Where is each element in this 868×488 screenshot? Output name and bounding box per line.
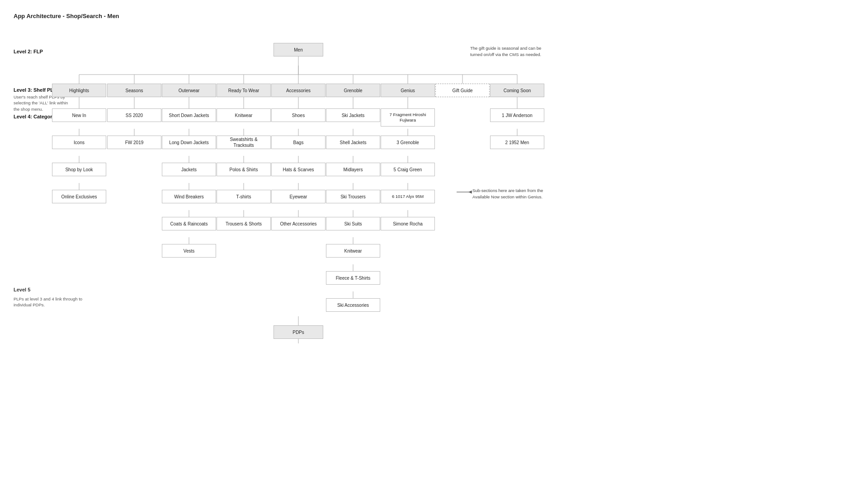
cat-7-fragment: 7 Fragment Hiroshi Fujiwara	[381, 108, 435, 127]
cat-tshirts: T-shirts	[217, 190, 271, 203]
cat-simone-rocha: Simone Rocha	[381, 217, 435, 230]
page-title: App Architecture - Shop/Search - Men	[14, 13, 119, 19]
cat-3-grenoble: 3 Grenoble	[381, 136, 435, 149]
cat-wind-breakers: Wind Breakers	[162, 190, 216, 203]
level5-section: Level 5 PLPs at level 3 and 4 link throu…	[14, 287, 86, 308]
cat-online-exclusives: Online Exclusives	[52, 190, 106, 203]
level5-label: Level 5	[14, 287, 86, 292]
cat-1952-men: 2 1952 Men	[490, 136, 544, 149]
cat-bags: Bags	[271, 136, 326, 149]
genius-annotation: Sub-sections here are taken from the Ava…	[472, 188, 549, 201]
cat-shop-by-look: Shop by Look	[52, 163, 106, 176]
cat-ski-accessories: Ski Accessories	[326, 298, 380, 312]
gift-guide-annotation: The gift guide is seasonal and can be tu…	[470, 45, 542, 58]
cat-6-1017-alyx: 6 1017 Alyx 95M	[381, 190, 435, 203]
cat-midlayers: Midlayers	[326, 163, 380, 176]
cat-ski-suits: Ski Suits	[326, 217, 380, 230]
shelf-highlights: Highlights	[52, 84, 106, 97]
level5-sub: PLPs at level 3 and 4 link through to in…	[14, 296, 86, 308]
shelf-coming-soon: Coming Soon	[490, 84, 544, 97]
cat-fw2019: FW 2019	[107, 136, 161, 149]
cat-coats-raincoats: Coats & Raincoats	[162, 217, 216, 230]
shelf-outerwear: Outerwear	[162, 84, 216, 97]
cat-short-down-jackets: Short Down Jackets	[162, 108, 216, 122]
cat-fleece-tshirts: Fleece & T-Shirts	[326, 271, 380, 285]
shelf-genius: Genius	[381, 84, 435, 97]
level2-label: Level 2: FLP	[14, 49, 43, 54]
cat-shoes: Shoes	[271, 108, 326, 122]
cat-sweatshirts-tracksuits: Sweatshirts & Tracksuits	[217, 136, 271, 149]
shelf-seasons: Seasons	[107, 84, 161, 97]
shelf-ready-to-wear: Ready To Wear	[217, 84, 271, 97]
cat-grenoble-knitwear: Knitwear	[326, 244, 380, 258]
pdps-node: PDPs	[274, 325, 323, 339]
cat-other-accessories: Other Accessories	[271, 217, 326, 230]
cat-trousers-shorts: Trousers & Shorts	[217, 217, 271, 230]
cat-hats-scarves: Hats & Scarves	[271, 163, 326, 176]
cat-eyewear: Eyewear	[271, 190, 326, 203]
shelf-grenoble: Grenoble	[326, 84, 380, 97]
cat-knitwear: Knitwear	[217, 108, 271, 122]
shelf-gift-guide: Gift Guide	[435, 84, 490, 97]
cat-icons: Icons	[52, 136, 106, 149]
cat-polos-shirts: Polos & Shirts	[217, 163, 271, 176]
cat-jw-anderson: 1 JW Anderson	[490, 108, 544, 122]
cat-shell-jackets: Shell Jackets	[326, 136, 380, 149]
cat-ski-trousers: Ski Trousers	[326, 190, 380, 203]
cat-long-down-jackets: Long Down Jackets	[162, 136, 216, 149]
men-node: Men	[274, 43, 323, 56]
cat-new-in: New In	[52, 108, 106, 122]
shelf-accessories: Accessories	[271, 84, 326, 97]
cat-jackets: Jackets	[162, 163, 216, 176]
cat-ski-jackets: Ski Jackets	[326, 108, 380, 122]
cat-5-craig-green: 5 Craig Green	[381, 163, 435, 176]
cat-vests: Vests	[162, 244, 216, 258]
cat-ss2020: SS 2020	[107, 108, 161, 122]
